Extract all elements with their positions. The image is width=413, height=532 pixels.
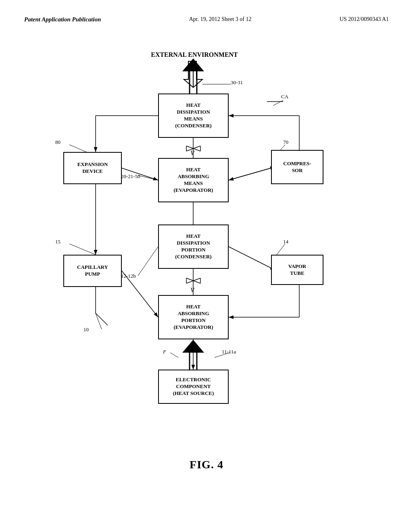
svg-line-16	[96, 313, 108, 325]
label-CA: CA	[281, 94, 288, 100]
label-15: 15	[55, 239, 60, 245]
svg-line-49	[273, 100, 283, 106]
svg-line-25	[186, 146, 200, 151]
diagram-container: EXTERNAL ENVIRONMENT	[33, 31, 380, 454]
label-10: 10	[83, 326, 89, 333]
label-14: 14	[283, 239, 288, 245]
svg-line-30	[186, 278, 200, 283]
svg-text:V: V	[190, 150, 195, 156]
header-left: Patent Application Publication	[24, 16, 101, 23]
svg-line-42	[138, 175, 158, 180]
header-center: Apr. 19, 2012 Sheet 3 of 12	[189, 16, 252, 23]
label-12-12b: 12-12b	[121, 273, 136, 279]
svg-line-19	[229, 167, 275, 180]
label-F: F	[163, 349, 166, 355]
label-30-31: 30-31	[231, 79, 243, 86]
svg-line-43	[69, 244, 96, 255]
page-header: Patent Application Publication Apr. 19, …	[24, 16, 389, 23]
block-electronic-component: ELECTRONICCOMPONENT(HEAT SOURCE)	[158, 370, 229, 404]
svg-line-20	[229, 247, 275, 270]
svg-text:V: V	[190, 287, 195, 293]
block-capillary-pump: CAPILLARYPUMP	[63, 255, 122, 287]
page: Patent Application Publication Apr. 19, …	[0, 0, 413, 532]
figure-label: FIG. 4	[24, 458, 389, 471]
svg-line-26	[186, 146, 200, 151]
svg-line-29	[186, 278, 200, 283]
external-environment-label: EXTERNAL ENVIRONMENT	[136, 51, 253, 58]
svg-line-46	[96, 313, 102, 329]
svg-line-45	[138, 247, 158, 276]
block-heat-absorbing-means: HEATABSORBINGMEANS(EVAPORATOR)	[158, 158, 229, 202]
svg-marker-35	[182, 58, 204, 71]
svg-line-6	[229, 167, 275, 180]
block-expansion-device: EXPANSIONDEVICE	[63, 152, 122, 184]
svg-marker-38	[182, 340, 204, 353]
header-right: US 2012/0090343 A1	[340, 16, 389, 23]
block-compressor: COMPRES-SOR	[271, 150, 323, 184]
block-vapor-tube: VAPORTUBE	[271, 255, 323, 285]
svg-line-47	[170, 353, 178, 357]
block-heat-dissipation-means: HEATDISSIPATIONMEANS(CONDENSER)	[158, 94, 229, 138]
svg-marker-2	[184, 61, 202, 87]
block-heat-absorbing-portion: HEATABSORBINGPORTION(EVAPORATOR)	[158, 295, 229, 339]
label-70: 70	[283, 139, 288, 145]
label-11-11a: 11-11a	[222, 349, 236, 355]
label-80: 80	[55, 139, 60, 145]
label-20-21-50: 20-21-50	[121, 173, 140, 180]
block-heat-dissipation-portion: HEATDISSIPATIONPORTION(CONDENSER)	[158, 224, 229, 269]
